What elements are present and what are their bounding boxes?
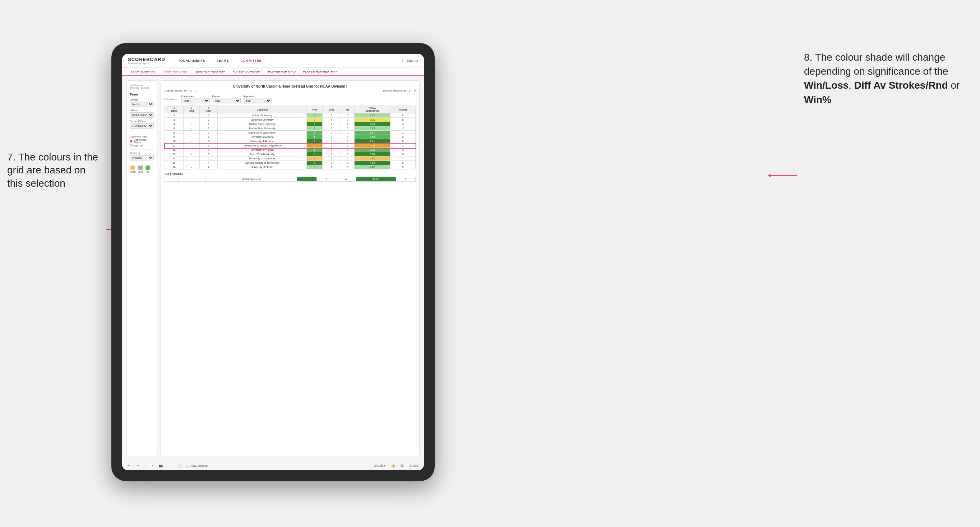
cell-reg: -	[184, 161, 200, 165]
cell-conf: 1	[200, 122, 218, 126]
tab-team-summary[interactable]: TEAM SUMMARY	[128, 68, 159, 76]
cell-tie: 0	[340, 144, 355, 148]
out-of-division-label: Out of division	[164, 172, 416, 176]
region-select[interactable]: (All)	[212, 98, 241, 103]
col-rank: #Rank	[165, 106, 184, 113]
cell-rank: 15	[165, 161, 184, 165]
cell-opponent: University of Florida	[218, 165, 307, 170]
cell-rank: 2	[165, 113, 184, 118]
cell-reg: -	[184, 113, 200, 118]
division-select[interactable]: NCAA Division I	[130, 113, 154, 118]
cell-diff: 1.67	[355, 113, 390, 118]
colour-by-select[interactable]: Win/loss	[130, 155, 154, 160]
cell-conf: 3	[200, 148, 218, 152]
share-button[interactable]: Share	[408, 463, 420, 468]
school-select[interactable]: 1. University of Nort...	[130, 123, 154, 129]
colour-legend: Down Level Up	[130, 165, 154, 173]
cell-loss: 0	[322, 135, 340, 139]
cell-tie: 0	[340, 118, 355, 122]
cell-reg: -	[184, 131, 200, 135]
nav-tournaments[interactable]: TOURNAMENTS	[176, 57, 207, 64]
cell-loss: 1	[322, 122, 340, 126]
cell-rounds: 3	[390, 148, 416, 152]
cell-rank: 14	[165, 157, 184, 161]
cell-win: 1	[307, 148, 323, 152]
col-rounds: Rounds	[390, 106, 416, 113]
sign-out-button[interactable]: Sign out	[402, 59, 418, 62]
cell-diff: 2.61	[355, 139, 390, 144]
view-original[interactable]: 📊 View: Original	[185, 464, 208, 467]
cell-win: 1	[297, 177, 317, 182]
cell-loss: 1	[322, 113, 340, 118]
cell-tie: 0	[340, 157, 355, 161]
conference-select[interactable]: (All)	[181, 98, 210, 103]
cell-rounds: 3	[390, 144, 416, 148]
cell-loss: 4	[322, 118, 340, 122]
table-row: 3 - 2 Vanderbilt University 0 4 0 -2.29 …	[165, 118, 416, 122]
tab-player-h2h-grid[interactable]: PLAYER H2H GRID	[266, 68, 299, 76]
cell-opponent: University of Oklahoma	[218, 157, 307, 161]
forward-button[interactable]: ›	[151, 463, 154, 468]
cell-rounds: 3	[390, 157, 416, 161]
tab-team-h2h-grid[interactable]: TEAM H2H GRID	[160, 68, 190, 76]
annotation-left: 7. The colours in the grid are based on …	[7, 151, 100, 190]
cell-diff: 3.67	[355, 131, 390, 135]
filter-row: Opponents: Conference (All) Region (All)	[164, 95, 416, 103]
opponent-select[interactable]: (All)	[243, 98, 272, 103]
cell-conf: 1	[200, 113, 218, 118]
colour-by-label: Colour by	[130, 152, 154, 154]
table-header-row: #Rank #Reg #Conf Opponent Win Loss Tie D…	[165, 106, 416, 113]
radio-opponents-played[interactable]: Opponents Played	[130, 138, 154, 144]
table-row: 9 - 1 University of Arizona 1 0 0 9.00 2	[165, 135, 416, 139]
cell-conf: 2	[200, 118, 218, 122]
legend-level: Level	[138, 165, 144, 173]
nav-committee[interactable]: COMMITTEE	[238, 57, 264, 64]
tab-player-summary[interactable]: PLAYER SUMMARY	[229, 68, 264, 76]
cell-rounds: 3	[390, 131, 416, 135]
cell-rank: 4	[165, 122, 184, 126]
cell-diff: -4.33	[355, 144, 390, 148]
cell-tie: 0	[340, 113, 355, 118]
table-row: 16 - 2 University of Florida 3 1 0 4.62 …	[165, 165, 416, 170]
region-filter: Region (All)	[212, 95, 241, 103]
school-label: School (Rank)	[130, 120, 154, 122]
tab-player-h2h-heatmap[interactable]: PLAYER H2H HEATMAP	[300, 68, 340, 76]
cell-tie: 0	[340, 139, 355, 144]
cell-rank: 11	[165, 144, 184, 148]
cell-rounds: 3	[396, 177, 415, 182]
nav-teams[interactable]: TEAMS	[215, 57, 231, 64]
cell-reg: -	[184, 122, 200, 126]
cell-conf: 1	[200, 135, 218, 139]
level-colour-dot	[138, 165, 143, 170]
cell-reg: -	[184, 165, 200, 170]
table-row: 14 - 5 University of Oklahoma 0 1 0 -1.0…	[165, 157, 416, 161]
cell-conf: 2	[200, 131, 218, 135]
tab-team-h2h-heatmap[interactable]: TEAM H2H HEATMAP	[191, 68, 229, 76]
more-button[interactable]: ···	[167, 463, 173, 468]
cell-loss: 1	[322, 165, 340, 170]
clock-button[interactable]: 🕐	[176, 463, 183, 468]
grid-button[interactable]: ⊞	[399, 463, 405, 468]
watch-button[interactable]: Watch ▾	[372, 463, 387, 468]
redo-button[interactable]: ↪	[135, 463, 141, 468]
gender-select[interactable]: Men's	[130, 102, 154, 107]
down-colour-dot	[130, 165, 135, 170]
grid-title: University of North Carolina Head-to-Hea…	[164, 84, 416, 88]
cell-conf	[192, 177, 205, 182]
radio-top100[interactable]: Top 100	[130, 144, 154, 147]
cell-win: 3	[307, 139, 323, 144]
bottom-toolbar: ↩ ↪ ‹ › 📷 ··· 🕐 📊 View: Original Watch ▾…	[122, 460, 424, 470]
cell-loss: 0	[317, 177, 336, 182]
cell-tie: 0	[340, 126, 355, 131]
col-tie: Tie	[340, 106, 355, 113]
undo-button[interactable]: ↩	[126, 463, 132, 468]
feedback-button[interactable]: 👍	[390, 463, 396, 468]
h2h-table: #Rank #Reg #Conf Opponent Win Loss Tie D…	[164, 106, 416, 170]
cell-conf: 2	[200, 126, 218, 131]
cell-rounds: 12	[390, 126, 416, 131]
back-button[interactable]: ‹	[144, 463, 148, 468]
table-row: 13 - 1 Texas Tech University 3 0 0 5.56 …	[165, 152, 416, 157]
out-of-div-table: NCAA Division II 1 0 0 26.00 3	[164, 177, 416, 182]
camera-button[interactable]: 📷	[158, 463, 164, 468]
cell-diff: 4.62	[355, 165, 390, 170]
